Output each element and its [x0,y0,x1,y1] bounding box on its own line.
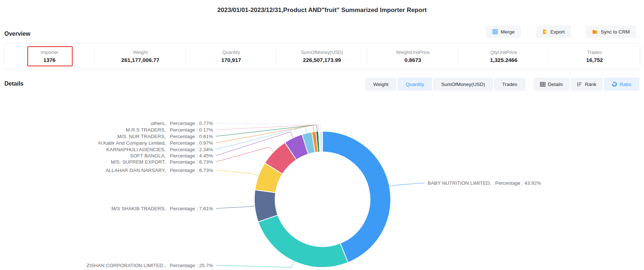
metric-tab-group: Weight Quantity SumOfMoney(USD) Trades [365,78,525,91]
stat-qty-unit-price: QtyUnitPrice 1,325.2466 [458,43,549,69]
pie-label-karnaphuli-agencies: KARNAPHULI AGENCIES, Percentage : 2.34% [106,147,213,152]
details-toolbar: Weight Quantity SumOfMoney(USD) Trades D… [365,78,639,91]
pie-label-allahar-dan-narsary: ALLAHAR DAN NARSARY, Percentage : 6.73% [106,168,213,173]
stat-sum-of-money-label: SumOfMoney(USD) [301,50,343,55]
export-button-label: Export [550,29,564,35]
merge-icon [493,29,498,34]
pie-slice-others[interactable] [319,131,323,152]
stat-weight-label: Weight [133,50,147,55]
sync-crm-icon [592,29,598,34]
stat-weight-value: 261,177,006.77 [121,57,159,63]
sync-to-crm-button-label: Sync to CRM [601,29,630,35]
stat-importer-label: Importer [41,50,58,55]
pie-label-line-m-s-suprem-export [216,147,274,162]
view-tab-ratio-label: Ratio [620,82,631,87]
stat-trades-label: Trades [587,50,602,55]
pie-label-zishan-corporation-limited: ZISHAN CORPORATION LIMITED., Percentage … [86,263,213,268]
tab-quantity[interactable]: Quantity [398,78,432,91]
stat-quantity: Quantity 170,917 [186,43,277,69]
stat-weight-unit-price-label: WeightUnitPrice [396,50,430,55]
overview-stat-card: Importer 1376 Weight 261,177,006.77 Quan… [4,43,640,69]
stat-quantity-label: Quantity [222,50,240,55]
stat-sum-of-money-value: 226,507,173.99 [303,57,341,63]
tab-weight[interactable]: Weight [365,78,397,91]
pie-slice-baby-nutrition-limited[interactable] [323,131,391,263]
ratio-icon [612,82,617,87]
importer-ratio-donut-chart[interactable]: BABY NUTRITION LIMITED, Percentage : 43.… [0,98,644,270]
stat-trades-value: 16,752 [586,57,603,63]
view-tab-group: Details Rank Ratio [533,78,639,91]
overview-heading: Overview [4,31,30,37]
stat-sum-of-money: SumOfMoney(USD) 226,507,173.99 [277,43,367,69]
tab-trades[interactable]: Trades [494,78,525,91]
view-tab-ratio[interactable]: Ratio [604,78,639,91]
page-title: 2023/01/01-2023/12/31,Product AND"fruit"… [0,7,644,14]
pie-label-line-m-s-shakib-traders [216,206,255,209]
action-buttons: Merge Export Sync to CRM [471,26,636,38]
pie-label-others: others, Percentage : 0.77% [151,121,213,126]
merge-button[interactable]: Merge [486,26,521,38]
view-tab-rank-label: Rank [585,82,597,87]
pie-label-line-baby-nutrition-limited [390,183,425,187]
stat-weight-unit-price-value: 0.8673 [405,57,421,63]
export-button[interactable]: Export [536,26,571,38]
pie-slice-zishan-corporation-limited[interactable] [258,215,348,267]
pie-label-m-r-s-traders: M.R.S TRADERS, Percentage : 0.17% [126,127,213,133]
stat-weight: Weight 261,177,006.77 [95,43,186,69]
table-icon [540,82,545,87]
pie-label-soft-bangla: SOFT BANGLA, Percentage : 4.45% [130,153,213,159]
merge-button-label: Merge [501,29,514,35]
stat-trades: Trades 16,752 [549,43,640,69]
pie-label-m-s-nur-traders: M/S. NUR TRADERS, Percentage : 0.61% [117,134,213,139]
rank-icon [577,82,582,87]
pie-label-baby-nutrition-limited: BABY NUTRITION LIMITED, Percentage : 43.… [428,180,541,186]
pie-label-m-s-shakib-traders: M/S SHAKIB TRADERS, Percentage : 7.61% [111,206,213,211]
pie-label-line-allahar-dan-narsary [216,170,258,176]
view-tab-details[interactable]: Details [533,78,570,91]
view-tab-rank[interactable]: Rank [571,78,603,91]
pie-label-h-kabir-and-company-limited: H.Kabir And Company Limited, Percentage … [99,140,213,146]
pie-label-m-s-suprem-export: M/S. SUPREM EXPORT, Percentage : 6.73% [111,159,213,165]
stat-qty-unit-price-label: QtyUnitPrice [490,50,517,55]
pie-label-line-zishan-corporation-limited [216,261,294,267]
details-heading: Details [4,81,23,87]
stat-importer: Importer 1376 [4,43,95,69]
export-icon [542,29,547,34]
tab-sum-of-money[interactable]: SumOfMoney(USD) [433,78,493,91]
stat-weight-unit-price: WeightUnitPrice 0.8673 [367,43,458,69]
stat-quantity-value: 170,917 [221,57,241,63]
stat-qty-unit-price-value: 1,325.2466 [490,57,517,63]
view-tab-details-label: Details [548,82,563,87]
sync-to-crm-button[interactable]: Sync to CRM [586,26,636,38]
stat-importer-value: 1376 [43,57,55,63]
